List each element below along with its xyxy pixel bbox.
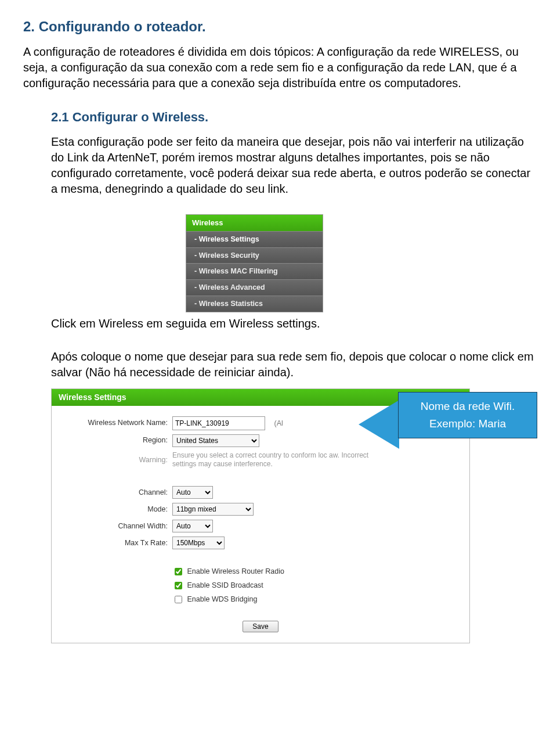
callout-text-line2: Exemplo: Maria	[399, 416, 537, 431]
checkbox-enable-ssid-label: Enable SSID Broadcast	[187, 581, 263, 589]
label-region: Region:	[57, 435, 172, 445]
label-channel: Channel:	[57, 488, 172, 498]
select-max-tx-rate[interactable]: 150Mbps	[172, 537, 225, 549]
menu-item-wireless-mac-filtering[interactable]: - Wireless MAC Filtering	[186, 263, 323, 279]
checkbox-enable-radio-label: Enable Wireless Router Radio	[187, 567, 284, 575]
section-title: 2. Configurando o roteador.	[23, 17, 534, 36]
menu-item-wireless-statistics[interactable]: - Wireless Statistics	[186, 296, 323, 312]
callout-text-line1: Nome da rede Wifi.	[399, 399, 537, 414]
label-warning: Warning:	[57, 455, 172, 465]
intro-paragraph: A configuração de roteadores é dividida …	[23, 44, 534, 91]
menu-item-wireless-advanced[interactable]: - Wireless Advanced	[186, 279, 323, 296]
label-mode: Mode:	[57, 505, 172, 514]
checkbox-enable-wds-label: Enable WDS Bridging	[187, 595, 257, 603]
input-network-name[interactable]	[172, 416, 265, 430]
subsection-title: 2.1 Configurar o Wireless.	[51, 109, 534, 126]
label-channel-width: Channel Width:	[57, 521, 172, 531]
label-network-name: Wireless Network Name:	[57, 418, 172, 428]
menu-item-wireless-security[interactable]: - Wireless Security	[186, 247, 323, 264]
select-channel-width[interactable]: Auto	[172, 520, 213, 532]
name-suffix-text: (Al	[274, 419, 283, 427]
select-mode[interactable]: 11bgn mixed	[172, 503, 254, 516]
wireless-menu-header[interactable]: Wireless	[186, 215, 323, 231]
label-max-tx-rate: Max Tx Rate:	[57, 538, 172, 548]
warning-text: Ensure you select a correct country to c…	[172, 451, 393, 469]
body-paragraph-3: Após coloque o nome que desejar para sua…	[51, 349, 534, 380]
wireless-menu: Wireless - Wireless Settings - Wireless …	[186, 214, 323, 312]
body-paragraph-2: Click em Wireless em seguida em Wireless…	[51, 316, 534, 332]
checkbox-enable-radio[interactable]	[175, 568, 182, 575]
checkbox-enable-ssid[interactable]	[175, 582, 182, 589]
select-region[interactable]: United States	[172, 434, 259, 447]
select-channel[interactable]: Auto	[172, 486, 213, 499]
save-button[interactable]: Save	[243, 621, 278, 632]
menu-item-wireless-settings[interactable]: - Wireless Settings	[186, 231, 323, 247]
body-paragraph-1: Esta configuração pode ser feito da mane…	[51, 134, 534, 197]
checkbox-enable-wds[interactable]	[175, 596, 182, 603]
